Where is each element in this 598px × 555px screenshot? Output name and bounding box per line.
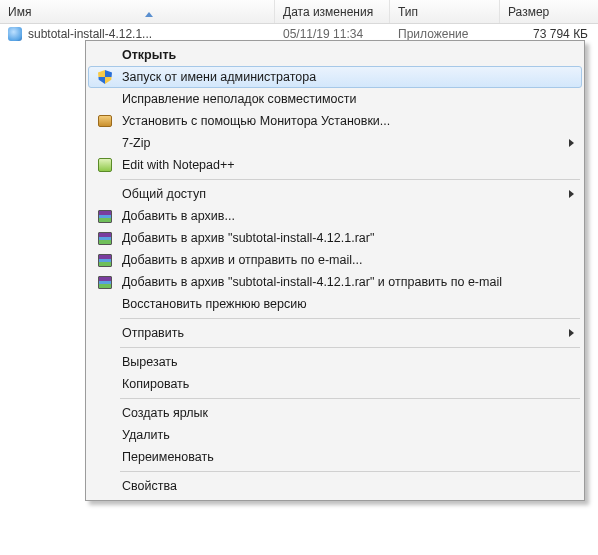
menu-edit-notepadpp[interactable]: Edit with Notepad++	[88, 154, 582, 176]
menu-create-shortcut[interactable]: Создать ярлык	[88, 402, 582, 424]
column-size[interactable]: Размер	[500, 0, 598, 23]
menu-restore-version[interactable]: Восстановить прежнюю версию	[88, 293, 582, 315]
column-headers: Имя Дата изменения Тип Размер	[0, 0, 598, 24]
file-type: Приложение	[390, 27, 500, 41]
file-size: 73 794 КБ	[500, 27, 598, 41]
shield-icon	[92, 68, 118, 86]
menu-delete[interactable]: Удалить	[88, 424, 582, 446]
menu-open-label: Открыть	[122, 48, 176, 62]
menu-delete-label: Удалить	[122, 428, 170, 442]
column-name-label: Имя	[8, 5, 31, 19]
blank-icon	[92, 375, 118, 393]
menu-cut[interactable]: Вырезать	[88, 351, 582, 373]
blank-icon	[92, 90, 118, 108]
menu-compat-label: Исправление неполадок совместимости	[122, 92, 356, 106]
column-date[interactable]: Дата изменения	[275, 0, 390, 23]
blank-icon	[92, 426, 118, 444]
menu-add-archive[interactable]: Добавить в архив...	[88, 205, 582, 227]
separator	[120, 318, 580, 319]
blank-icon	[92, 46, 118, 64]
chevron-right-icon	[569, 190, 574, 198]
column-size-label: Размер	[508, 5, 549, 19]
menu-share-label: Общий доступ	[122, 187, 206, 201]
blank-icon	[92, 185, 118, 203]
menu-run-as-admin-label: Запуск от имени администратора	[122, 70, 316, 84]
menu-properties-label: Свойства	[122, 479, 177, 493]
blank-icon	[92, 404, 118, 422]
column-type-label: Тип	[398, 5, 418, 19]
menu-add-rar-email[interactable]: Добавить в архив "subtotal-install-4.12.…	[88, 271, 582, 293]
menu-compat-troubleshoot[interactable]: Исправление неполадок совместимости	[88, 88, 582, 110]
separator	[120, 179, 580, 180]
menu-add-archive-label: Добавить в архив...	[122, 209, 235, 223]
winrar-icon	[92, 251, 118, 269]
column-date-label: Дата изменения	[283, 5, 373, 19]
menu-add-archive-email[interactable]: Добавить в архив и отправить по e-mail..…	[88, 249, 582, 271]
menu-copy-label: Копировать	[122, 377, 189, 391]
menu-send-to-label: Отправить	[122, 326, 184, 340]
box-icon	[92, 112, 118, 130]
blank-icon	[92, 353, 118, 371]
menu-7zip-label: 7-Zip	[122, 136, 150, 150]
blank-icon	[92, 448, 118, 466]
winrar-icon	[92, 207, 118, 225]
installer-icon	[8, 27, 22, 41]
blank-icon	[92, 295, 118, 313]
column-type[interactable]: Тип	[390, 0, 500, 23]
menu-install-monitor-label: Установить с помощью Монитора Установки.…	[122, 114, 390, 128]
chevron-right-icon	[569, 329, 574, 337]
winrar-icon	[92, 273, 118, 291]
menu-add-rar[interactable]: Добавить в архив "subtotal-install-4.12.…	[88, 227, 582, 249]
column-name[interactable]: Имя	[0, 0, 275, 23]
menu-run-as-admin[interactable]: Запуск от имени администратора	[88, 66, 582, 88]
menu-open[interactable]: Открыть	[88, 44, 582, 66]
separator	[120, 347, 580, 348]
menu-add-archive-email-label: Добавить в архив и отправить по e-mail..…	[122, 253, 362, 267]
menu-copy[interactable]: Копировать	[88, 373, 582, 395]
menu-7zip[interactable]: 7-Zip	[88, 132, 582, 154]
menu-restore-label: Восстановить прежнюю версию	[122, 297, 307, 311]
context-menu: Открыть Запуск от имени администратора И…	[85, 40, 585, 501]
blank-icon	[92, 477, 118, 495]
winrar-icon	[92, 229, 118, 247]
menu-shortcut-label: Создать ярлык	[122, 406, 208, 420]
menu-rename-label: Переименовать	[122, 450, 214, 464]
menu-share[interactable]: Общий доступ	[88, 183, 582, 205]
menu-cut-label: Вырезать	[122, 355, 178, 369]
menu-add-rar-label: Добавить в архив "subtotal-install-4.12.…	[122, 231, 374, 245]
menu-properties[interactable]: Свойства	[88, 475, 582, 497]
menu-send-to[interactable]: Отправить	[88, 322, 582, 344]
file-name: subtotal-install-4.12.1...	[28, 27, 152, 41]
file-date: 05/11/19 11:34	[275, 27, 390, 41]
chevron-right-icon	[569, 139, 574, 147]
sort-ascending-icon	[145, 0, 153, 12]
separator	[120, 398, 580, 399]
menu-rename[interactable]: Переименовать	[88, 446, 582, 468]
menu-npp-label: Edit with Notepad++	[122, 158, 235, 172]
blank-icon	[92, 324, 118, 342]
separator	[120, 471, 580, 472]
blank-icon	[92, 134, 118, 152]
menu-add-rar-email-label: Добавить в архив "subtotal-install-4.12.…	[122, 275, 502, 289]
notepadpp-icon	[92, 156, 118, 174]
menu-install-monitor[interactable]: Установить с помощью Монитора Установки.…	[88, 110, 582, 132]
